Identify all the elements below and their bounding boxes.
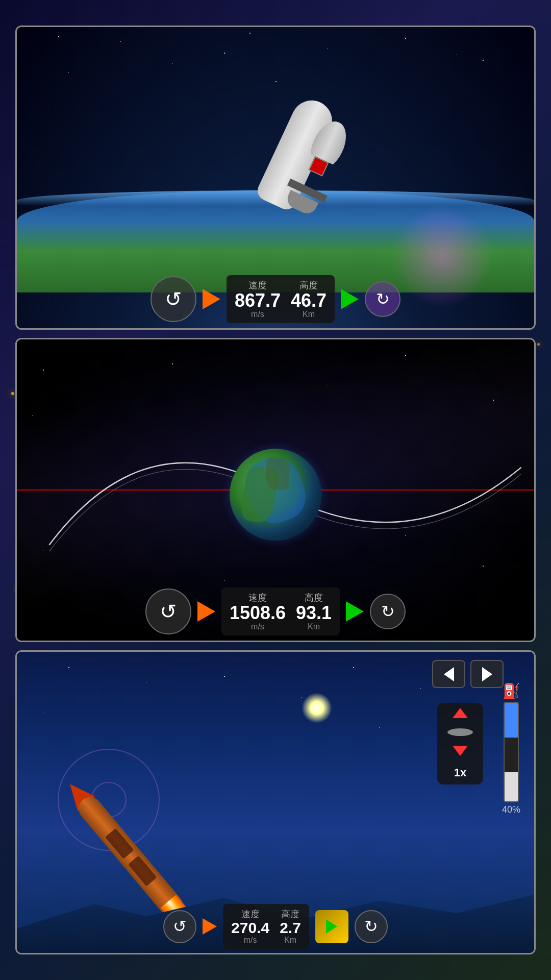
camera-button-panel3[interactable]: ↻ <box>355 910 388 943</box>
chevron-right-icon <box>482 667 492 681</box>
speed-multiplier-value: 1x <box>454 766 466 779</box>
speed-value-panel1: 867.7 <box>235 291 281 310</box>
speed-arrow-panel1 <box>203 289 220 309</box>
altitude-stat-panel1: 高度 46.7 Km <box>291 279 327 319</box>
altitude-stat-panel3: 高度 2.7 Km <box>280 908 301 945</box>
speed-label-panel3: 速度 <box>241 908 260 920</box>
altitude-stat-panel2: 高度 93.1 Km <box>296 592 332 631</box>
hud-bar-panel3: ↺ 速度 270.4 m/s 高度 2.7 Km <box>17 904 534 949</box>
camera-icon-panel2: ↻ <box>381 603 395 620</box>
fuel-level-blue <box>505 703 518 738</box>
hud-bar-panel2: ↺ 速度 1508.6 m/s 高度 93.1 Km <box>17 587 534 635</box>
panel-orbit-view: ↺ 速度 1508.6 m/s 高度 93.1 Km <box>15 338 536 642</box>
camera-button-panel2[interactable]: ↻ <box>370 594 406 629</box>
nav-arrows <box>432 660 504 688</box>
stats-display-panel2: 速度 1508.6 m/s 高度 93.1 Km <box>221 587 340 635</box>
speed-down-icon <box>453 746 468 756</box>
reset-button-panel1[interactable]: ↺ <box>151 276 196 322</box>
camera-icon-panel3: ↻ <box>364 918 378 935</box>
reset-icon-panel2: ↺ <box>160 601 177 622</box>
fuel-gauge: ⛽ 40% <box>498 682 524 815</box>
camera-button-panel1[interactable]: ↻ <box>365 281 400 317</box>
stats-display-panel1: 速度 867.7 m/s 高度 46.7 Km <box>227 275 335 323</box>
altitude-arrow-panel1 <box>341 289 359 309</box>
fuel-bar-container <box>504 702 519 802</box>
altitude-value-panel1: 46.7 <box>291 291 327 310</box>
rocket-body <box>255 94 339 213</box>
speed-unit-panel2: m/s <box>251 622 264 631</box>
altitude-label-panel3: 高度 <box>281 908 299 920</box>
altitude-value-panel3: 2.7 <box>280 920 301 936</box>
nav-left-button[interactable] <box>432 660 465 688</box>
reset-icon-panel3: ↺ <box>173 918 187 935</box>
chevron-left-icon <box>444 667 454 681</box>
fuel-icon: ⛽ <box>503 682 520 699</box>
reset-icon-panel1: ↺ <box>165 289 182 309</box>
earth-globe <box>230 449 321 541</box>
fuel-level-white <box>505 772 518 801</box>
waypoint-icon <box>326 919 337 934</box>
speed-stat-panel1: 速度 867.7 m/s <box>235 279 281 319</box>
altitude-unit-panel1: Km <box>303 310 315 319</box>
altitude-arrow-panel2 <box>346 601 364 622</box>
speed-unit-panel1: m/s <box>251 310 264 319</box>
speed-stat-panel3: 速度 270.4 m/s <box>231 908 269 945</box>
speed-disc <box>447 728 473 736</box>
speed-stat-panel2: 速度 1508.6 m/s <box>230 592 286 631</box>
speed-value-panel3: 270.4 <box>231 920 269 936</box>
speed-unit-panel3: m/s <box>244 936 257 945</box>
speed-up-icon <box>453 708 468 718</box>
sun <box>302 693 332 723</box>
hud-bar-panel1: ↺ 速度 867.7 m/s 高度 46.7 Km <box>17 275 534 323</box>
panel-space-view: ↺ 速度 867.7 m/s 高度 46.7 Km <box>15 26 536 330</box>
camera-icon-panel1: ↻ <box>376 291 390 307</box>
fuel-percentage: 40% <box>502 804 520 815</box>
speed-multiplier-control: 1x <box>437 703 483 785</box>
altitude-value-panel2: 93.1 <box>296 604 332 622</box>
main-container: ↺ 速度 867.7 m/s 高度 46.7 Km <box>15 26 536 954</box>
stats-display-panel3: 速度 270.4 m/s 高度 2.7 Km <box>223 904 309 949</box>
panel-launch-view: ⛽ 40% 1x <box>15 650 536 954</box>
speed-arrow-panel3 <box>203 918 217 935</box>
reset-button-panel2[interactable]: ↺ <box>145 589 191 634</box>
waypoint-button[interactable] <box>315 910 348 943</box>
reset-button-panel3[interactable]: ↺ <box>163 910 196 943</box>
speed-value-panel2: 1508.6 <box>230 604 286 622</box>
altitude-unit-panel3: Km <box>284 936 296 945</box>
speed-arrow-panel2 <box>197 601 215 622</box>
altitude-unit-panel2: Km <box>308 622 320 631</box>
